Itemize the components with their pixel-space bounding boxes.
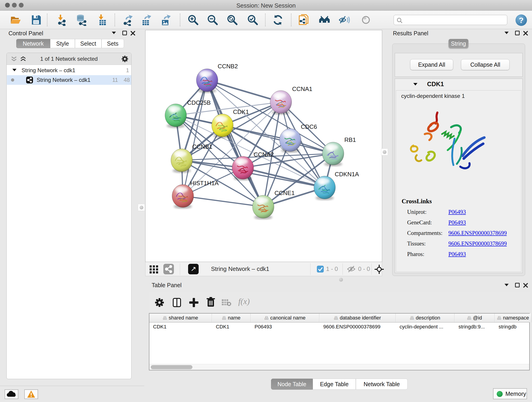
graphics-detail-icon[interactable] — [360, 14, 372, 26]
tab-node-table[interactable]: Node Table — [271, 379, 313, 390]
table-panel-menu-icon[interactable] — [505, 284, 509, 286]
node-CCNB1[interactable]: CCNB1 — [171, 143, 212, 173]
status-separator — [310, 263, 310, 275]
import-network-database-icon[interactable] — [75, 14, 87, 26]
search-input[interactable] — [404, 16, 505, 24]
node-table[interactable]: 品shared name品name品canonical name品databas… — [149, 313, 530, 370]
crosslink-label: GeneCard: — [407, 219, 432, 225]
delete-table-icon[interactable] — [221, 298, 231, 307]
network-options-gear-icon[interactable] — [121, 55, 128, 63]
node-RB1[interactable]: RB1 — [322, 136, 356, 166]
table-panel-close-icon[interactable] — [523, 283, 528, 288]
column-header-description[interactable]: 品description — [396, 313, 455, 322]
tab-select[interactable]: Select — [75, 39, 101, 48]
table-hscrollbar-thumb[interactable] — [151, 365, 192, 369]
zoom-in-icon[interactable] — [187, 14, 199, 26]
right-splitter-handle[interactable] — [381, 148, 388, 155]
network-graph[interactable]: CCNB2CCNA1CDC25BCDK1CDC6RB1CCNB1CCNA2CDK… — [146, 30, 382, 262]
cloud-status-button[interactable] — [5, 389, 18, 399]
selected-checkbox[interactable] — [317, 266, 324, 273]
zoom-fit-icon[interactable] — [226, 14, 238, 26]
cell-database-identifier[interactable]: 9606.ENSP00000378699 — [320, 322, 396, 331]
search-box[interactable] — [394, 15, 507, 25]
node-label-CCNE1: CCNE1 — [274, 190, 295, 196]
network-file-share-icon[interactable] — [298, 14, 310, 26]
warning-status-button[interactable] — [24, 389, 38, 399]
bottom-splitter-handle[interactable] — [339, 278, 343, 282]
control-panel-menu-icon[interactable] — [112, 32, 116, 34]
node-CCNA1[interactable]: CCNA1 — [270, 85, 312, 115]
results-panel-float-icon[interactable] — [515, 31, 520, 35]
tab-style[interactable]: Style — [50, 39, 75, 48]
control-panel-float-icon[interactable] — [122, 31, 127, 35]
crosslink-link[interactable]: 9606.ENSP00000378699 — [448, 230, 507, 236]
apply-layout-icon[interactable] — [272, 14, 284, 26]
network-canvas[interactable]: CCNB2CCNA1CDC25BCDK1CDC6RB1CCNB1CCNA2CDK… — [145, 30, 382, 262]
help-button[interactable]: ? — [515, 14, 527, 26]
export-table-icon[interactable] — [141, 14, 152, 26]
node-label-CDKN1A: CDKN1A — [335, 171, 359, 178]
delete-column-trash-icon[interactable] — [205, 297, 216, 307]
crosslink-link[interactable]: P06493 — [448, 219, 466, 226]
column-header-shared-name[interactable]: 品shared name — [149, 313, 212, 322]
save-session-icon[interactable] — [30, 14, 42, 26]
column-header-canonical-name[interactable]: 品canonical name — [251, 313, 319, 322]
network-status-title: String Network – cdk1 — [211, 265, 269, 273]
cell-namespace[interactable]: stringdb — [495, 322, 532, 331]
expand-all-button[interactable]: Expand All — [410, 59, 453, 70]
export-image-icon[interactable] — [160, 14, 172, 26]
cell-description[interactable]: cyclin-dependent ... — [396, 322, 455, 331]
network-row[interactable]: String Network – cdk1 11 48 — [7, 75, 131, 85]
left-splitter-handle[interactable] — [138, 204, 145, 211]
tab-string[interactable]: String — [449, 39, 468, 48]
export-network-icon[interactable] — [122, 14, 134, 26]
table-settings-gear-icon[interactable] — [154, 298, 165, 307]
import-network-file-icon[interactable] — [56, 14, 68, 26]
cell-@id[interactable]: stringdb:9... — [455, 322, 495, 331]
crosslink-row: GeneCard:P06493 — [407, 219, 517, 226]
network-collection-row[interactable]: String Network – cdk1 1 — [7, 65, 131, 75]
birdseye-toggle-icon[interactable]: ↗ — [188, 264, 199, 274]
crosslink-link[interactable]: P06493 — [448, 251, 466, 257]
selected-count: 1 - 0 — [326, 265, 338, 273]
column-header-database-identifier[interactable]: 品database identifier — [320, 313, 396, 322]
add-column-icon[interactable] — [188, 297, 199, 308]
cell-canonical-name[interactable]: P06493 — [251, 322, 319, 331]
table-hscrollbar[interactable] — [149, 364, 529, 370]
cell-shared-name[interactable]: CDK1 — [149, 322, 212, 331]
column-tree-icon: 品 — [334, 315, 338, 321]
node-CDKN1A[interactable]: CDKN1A — [314, 171, 359, 200]
control-panel-close-icon[interactable] — [130, 31, 136, 36]
zoom-selected-icon[interactable] — [247, 14, 259, 26]
show-columns-icon[interactable] — [171, 297, 182, 308]
node-CCNB2[interactable]: CCNB2 — [196, 63, 238, 93]
node-card-collapse-icon[interactable] — [413, 83, 418, 85]
collapse-all-button[interactable]: Collapse All — [461, 59, 510, 70]
fit-content-crosshair-icon[interactable] — [374, 264, 384, 274]
results-panel-close-icon[interactable] — [523, 31, 528, 36]
memory-button[interactable]: Memory — [493, 388, 527, 399]
cell-name[interactable]: CDK1 — [212, 322, 251, 331]
zoom-out-icon[interactable] — [207, 14, 219, 26]
table-panel-float-icon[interactable] — [515, 283, 520, 287]
hide-glass-icon[interactable] — [338, 14, 350, 26]
column-header-namespace[interactable]: 品namespace — [495, 313, 532, 322]
column-header-name[interactable]: 品name — [212, 313, 251, 322]
tab-network[interactable]: Network — [16, 39, 50, 48]
tab-sets[interactable]: Sets — [101, 39, 124, 48]
node-CCNE1[interactable]: CCNE1 — [253, 190, 295, 220]
node-HIST1H1A[interactable]: HIST1H1A — [172, 180, 219, 209]
tab-network-table[interactable]: Network Table — [356, 379, 408, 390]
network-view-icon[interactable] — [163, 264, 174, 274]
grid-view-icon[interactable] — [149, 264, 159, 274]
open-session-icon[interactable] — [10, 14, 22, 26]
crosslink-link[interactable]: P06493 — [448, 209, 466, 215]
hidden-eye-icon[interactable] — [347, 265, 356, 273]
string-home-icon[interactable] — [318, 14, 330, 26]
import-table-file-icon[interactable] — [96, 14, 108, 26]
column-header-@id[interactable]: 品@id — [455, 313, 495, 322]
crosslink-link[interactable]: 9606.ENSP00000378699 — [448, 240, 507, 247]
tab-edge-table[interactable]: Edge Table — [313, 379, 356, 390]
function-builder-button[interactable]: f(x) — [238, 297, 250, 306]
results-panel-menu-icon[interactable] — [505, 32, 509, 34]
